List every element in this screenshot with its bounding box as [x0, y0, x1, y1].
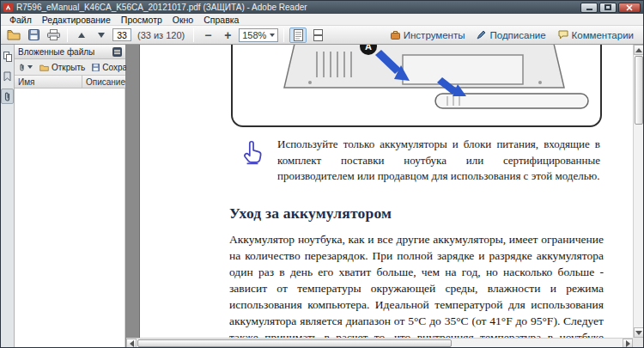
page-number-input[interactable]	[112, 28, 131, 41]
attachments-panel-header: Вложенные файлы	[15, 45, 125, 59]
zoom-in-button[interactable]: +	[219, 27, 236, 43]
sign-label: Подписание	[489, 30, 545, 40]
comments-panel-button[interactable]: Комментарии	[558, 30, 634, 40]
previous-page-icon	[78, 33, 85, 38]
main-area: Вложенные файлы Открыть Сохранить	[1, 45, 643, 347]
vertical-scrollbar-thumb[interactable]	[635, 56, 643, 125]
attachments-panel: Вложенные файлы Открыть Сохранить	[15, 45, 126, 347]
attachments-empty-list	[15, 89, 125, 347]
main-toolbar: (33 из 120) − + 158% Инструменты Подписа…	[1, 26, 643, 45]
horizontal-scrollbar-thumb[interactable]	[137, 339, 452, 347]
titlebar: R7596_eManual_K46CA_K56CA_20121017.pdf (…	[1, 1, 643, 14]
bookmarks-button[interactable]	[1, 69, 14, 84]
minimize-button[interactable]	[580, 3, 598, 13]
attachment-type-menu[interactable]	[17, 62, 34, 73]
horizontal-scrollbar[interactable]	[126, 338, 633, 347]
attachments-button[interactable]	[1, 89, 14, 104]
menu-file[interactable]: Файл	[4, 15, 37, 25]
attachments-column-headers: Имя Описание	[15, 76, 125, 89]
menu-window[interactable]: Окно	[167, 15, 198, 25]
bookmark-icon	[3, 71, 11, 82]
scroll-right-icon	[626, 340, 630, 347]
scroll-left-button[interactable]	[126, 339, 137, 347]
pdf-page: A	[140, 45, 633, 347]
menu-edit[interactable]: Редактирование	[37, 15, 116, 25]
zoom-level-value: 158%	[242, 30, 266, 40]
comments-label: Комментарии	[572, 30, 634, 40]
page-count-label: (33 из 120)	[137, 30, 185, 40]
column-description[interactable]: Описание	[82, 77, 125, 87]
panel-options-icon[interactable]	[112, 47, 122, 57]
scroll-right-button[interactable]	[623, 339, 633, 347]
page-thumbnails-icon	[3, 52, 12, 62]
open-attachment-label: Открыть	[52, 63, 85, 72]
battery-removal-figure: A	[231, 45, 602, 127]
adobe-reader-window: R7596_eManual_K46CA_K56CA_20121017.pdf (…	[0, 0, 644, 348]
open-file-button[interactable]	[5, 27, 22, 43]
zoom-out-icon: −	[204, 28, 211, 42]
body-paragraph: Аккумулятор ноутбука, как и все другие а…	[229, 231, 604, 347]
minimize-icon	[586, 9, 592, 10]
open-folder-icon	[39, 64, 49, 71]
save-floppy-icon	[92, 64, 100, 71]
pen-icon	[477, 30, 486, 40]
scroll-up-icon	[635, 48, 642, 52]
window-controls	[580, 3, 641, 13]
page-thumbnails-button[interactable]	[1, 49, 14, 64]
chevron-down-icon	[270, 34, 275, 37]
maximize-button[interactable]	[599, 3, 617, 13]
warning-hand-icon	[240, 137, 267, 185]
figure-callout-label: A	[365, 45, 372, 52]
scrolling-pages-icon	[313, 29, 323, 41]
warning-note-text: Используйте только аккумуляторы и блоки …	[277, 137, 600, 185]
save-file-button[interactable]	[25, 27, 42, 43]
chevron-down-icon	[27, 65, 33, 69]
tools-label: Инструменты	[404, 30, 465, 40]
zoom-in-icon: +	[224, 28, 231, 42]
save-floppy-icon	[28, 29, 39, 40]
maximize-icon	[605, 4, 611, 10]
tools-icon	[391, 30, 400, 40]
close-icon	[626, 4, 633, 11]
vertical-scrollbar[interactable]	[633, 45, 643, 338]
menu-view[interactable]: Просмотр	[116, 15, 167, 25]
attachments-panel-toolbar: Открыть Сохранить	[15, 59, 125, 76]
section-heading: Уход за аккумулятором	[229, 205, 392, 223]
open-folder-icon	[7, 29, 21, 40]
scrollbar-corner	[633, 338, 643, 347]
paperclip-small-icon	[19, 63, 25, 72]
printer-icon	[47, 29, 60, 40]
paperclip-icon	[3, 91, 11, 102]
attachments-panel-title: Вложенные файлы	[18, 47, 112, 57]
next-page-button[interactable]	[93, 27, 110, 43]
scroll-down-icon	[635, 331, 642, 335]
sign-panel-button[interactable]: Подписание	[477, 30, 545, 40]
close-button[interactable]	[618, 3, 641, 13]
scroll-left-icon	[130, 340, 134, 347]
scroll-up-button[interactable]	[634, 45, 643, 55]
scroll-down-button[interactable]	[634, 327, 643, 338]
menu-help[interactable]: Справка	[198, 15, 244, 25]
previous-page-button[interactable]	[73, 27, 90, 43]
menu-bar: Файл Редактирование Просмотр Окно Справк…	[1, 14, 643, 26]
single-page-view-button[interactable]	[289, 27, 307, 43]
toolbar-separator	[193, 28, 194, 42]
window-title: R7596_eManual_K46CA_K56CA_20121017.pdf (…	[16, 3, 577, 12]
column-name[interactable]: Имя	[15, 76, 82, 88]
zoom-out-button[interactable]: −	[199, 27, 216, 43]
print-button[interactable]	[45, 27, 62, 43]
adobe-reader-app-icon	[3, 3, 13, 12]
page-view-icon	[294, 29, 303, 41]
scrolling-view-button[interactable]	[309, 27, 326, 43]
toolbar-right-group: Инструменты Подписание Комментарии	[391, 30, 639, 40]
zoom-level-select[interactable]: 158%	[239, 28, 278, 42]
document-viewport: A	[126, 45, 643, 347]
next-page-icon	[98, 33, 105, 38]
warning-note: Используйте только аккумуляторы и блоки …	[240, 137, 604, 185]
open-attachment-button[interactable]: Открыть	[38, 62, 87, 73]
toolbar-separator	[283, 28, 284, 42]
speech-bubble-icon	[558, 30, 568, 40]
navigation-strip	[1, 45, 15, 347]
tools-panel-button[interactable]: Инструменты	[391, 30, 465, 40]
toolbar-separator	[67, 28, 68, 42]
